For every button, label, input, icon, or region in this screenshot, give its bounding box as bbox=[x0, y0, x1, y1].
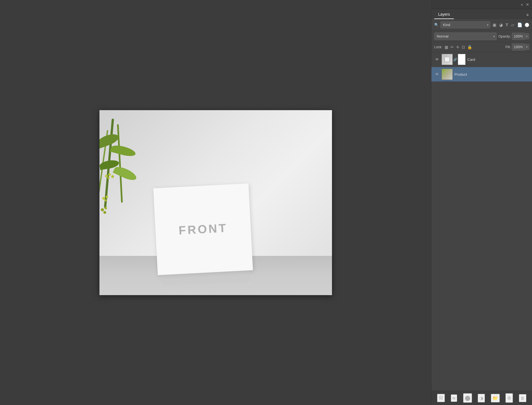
card-front-text: FRONT bbox=[178, 221, 228, 237]
filter-icons: ▣ ◕ T ▱ 📄 bbox=[492, 22, 529, 28]
fill-group: Fill: ▾ bbox=[505, 43, 529, 50]
add-adjustment-button[interactable]: ◑ bbox=[478, 394, 485, 402]
lock-artboard-icon[interactable]: ⊡ bbox=[462, 45, 465, 49]
layer-link-icon-card: 🔗 bbox=[453, 58, 458, 61]
lock-fill-row: Lock: ▦ ✏ ✛ ⊡ 🔒 Fill: ▾ bbox=[431, 42, 532, 52]
filter-shape-icon[interactable]: ▱ bbox=[510, 22, 515, 28]
opacity-label: Opacity: bbox=[498, 34, 511, 38]
layer-styles-button[interactable]: fx bbox=[451, 394, 457, 402]
filter-row: 🔍 Kind Name Effect Mode Attribute Color … bbox=[431, 19, 532, 31]
opacity-input[interactable] bbox=[512, 33, 524, 40]
layer-name-product: Product bbox=[454, 72, 529, 77]
lock-transparent-icon[interactable]: ▦ bbox=[445, 45, 448, 49]
greeting-card: FRONT bbox=[153, 183, 253, 275]
search-icon: 🔍 bbox=[434, 23, 439, 27]
new-layer-button[interactable]: ⊕ bbox=[505, 393, 513, 403]
fill-input[interactable] bbox=[512, 43, 524, 50]
filter-smart-icon[interactable]: 📄 bbox=[517, 22, 523, 28]
kind-filter-wrapper: Kind Name Effect Mode Attribute Color Sm… bbox=[440, 21, 490, 28]
filter-toggle-circle[interactable] bbox=[525, 23, 529, 27]
layers-panel: « ✕ Layers ≡ 🔍 Kind Name Effect Mode Att… bbox=[431, 0, 532, 405]
layer-eye-product[interactable]: 👁 bbox=[434, 72, 440, 77]
layer-mask-card bbox=[458, 54, 466, 65]
filter-image-icon[interactable]: ▣ bbox=[492, 22, 497, 28]
layer-item-card[interactable]: 👁 🔗 Card bbox=[431, 52, 532, 67]
lock-label: Lock: bbox=[434, 45, 442, 49]
fill-dropdown-button[interactable]: ▾ bbox=[524, 44, 529, 50]
panel-bottom-toolbar: ⛓ fx ⬤ ◑ 📁 ⊕ 🗑 bbox=[431, 391, 532, 405]
panel-tabs: Layers bbox=[434, 10, 454, 19]
lock-image-icon[interactable]: ✏ bbox=[450, 45, 454, 49]
close-button[interactable]: ✕ bbox=[526, 2, 529, 7]
blend-mode-wrapper: Normal Dissolve Multiply Screen Overlay … bbox=[434, 33, 497, 40]
tab-layers[interactable]: Layers bbox=[434, 10, 454, 19]
fill-label: Fill: bbox=[505, 45, 511, 49]
layer-eye-card[interactable]: 👁 bbox=[434, 57, 440, 62]
layer-thumbnail-card bbox=[442, 54, 453, 65]
lock-all-icon[interactable]: 🔒 bbox=[467, 45, 472, 49]
delete-layer-button[interactable]: 🗑 bbox=[519, 394, 526, 402]
layer-item-product[interactable]: 👁 Product bbox=[431, 67, 532, 82]
filter-adjustment-icon[interactable]: ◕ bbox=[499, 22, 503, 28]
layer-name-card: Card bbox=[467, 57, 529, 62]
opacity-group: Opacity: ▾ bbox=[498, 33, 529, 40]
add-mask-button[interactable]: ⬤ bbox=[463, 393, 472, 403]
filter-type-icon[interactable]: T bbox=[505, 22, 509, 28]
lock-icons: ▦ ✏ ✛ ⊡ 🔒 bbox=[445, 45, 472, 49]
kind-filter-select[interactable]: Kind Name Effect Mode Attribute Color Sm… bbox=[440, 21, 490, 28]
layers-list: 👁 🔗 Card 👁 Product bbox=[431, 52, 532, 391]
layer-thumbnail-product bbox=[442, 69, 453, 80]
canvas-area: FRONT bbox=[0, 0, 431, 405]
new-group-button[interactable]: 📁 bbox=[491, 394, 500, 402]
panel-header: Layers ≡ bbox=[431, 9, 532, 19]
blend-opacity-row: Normal Dissolve Multiply Screen Overlay … bbox=[431, 31, 532, 42]
lock-position-icon[interactable]: ✛ bbox=[456, 45, 459, 49]
canvas-image: FRONT bbox=[99, 110, 332, 295]
collapse-button[interactable]: « bbox=[521, 2, 523, 7]
link-layers-button[interactable]: ⛓ bbox=[437, 394, 445, 402]
panel-menu-button[interactable]: ≡ bbox=[526, 12, 529, 18]
opacity-dropdown-button[interactable]: ▾ bbox=[524, 33, 529, 39]
blend-mode-select[interactable]: Normal Dissolve Multiply Screen Overlay … bbox=[434, 33, 497, 40]
